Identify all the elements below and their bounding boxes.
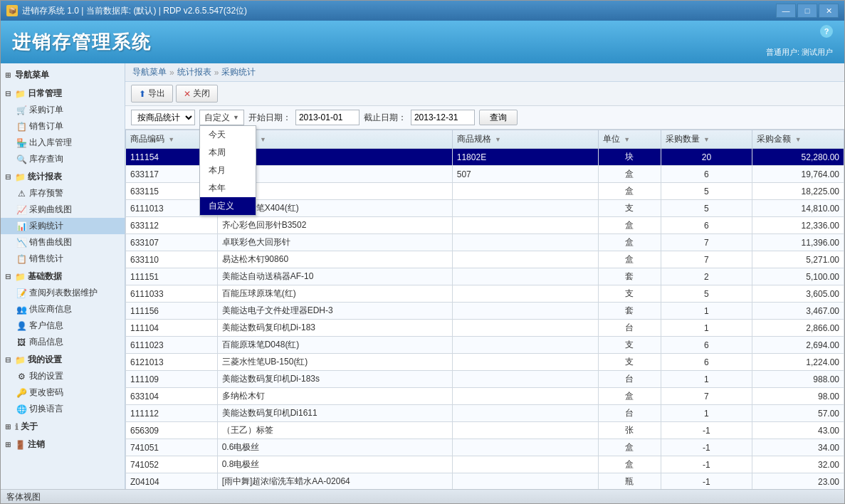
- help-button[interactable]: ?: [820, 25, 833, 38]
- cell-amount: 2,694.00: [752, 337, 844, 354]
- export-button[interactable]: ⬆ 导出: [131, 85, 173, 103]
- table-row[interactable]: 111109 美能达数码复印机Di-183s 台 1 988.00: [126, 371, 844, 388]
- period-dropdown: 自定义 ▼ 今天 本周 本月 本年 自定义: [199, 110, 244, 125]
- status-text: 客体视图: [6, 491, 41, 503]
- sidebar-group-stats-header[interactable]: ⊟ 📁 统计报表: [1, 169, 125, 185]
- period-option-week[interactable]: 本周: [200, 144, 256, 162]
- period-option-custom[interactable]: 自定义: [200, 197, 256, 215]
- table-row[interactable]: 6111023 百能原珠笔D048(红) 支 6 2,694.00: [126, 337, 844, 354]
- sidebar-item-sales-order[interactable]: 📋 销售订单: [1, 118, 125, 135]
- period-option-today[interactable]: 今天: [200, 126, 256, 144]
- table-row[interactable]: 633107 卓联彩色大回形针 盒 7 11,396.00: [126, 234, 844, 251]
- period-selected-label: 自定义: [204, 112, 230, 124]
- sidebar-group-daily-label: 日常管理: [28, 88, 62, 100]
- sidebar-item-purchase-order-label: 采购订单: [29, 104, 63, 116]
- table-row[interactable]: 111156 美能达电子文件处理器EDH-3 套 1 3,467.00: [126, 303, 844, 320]
- sidebar-item-purchase-order[interactable]: 🛒 采购订单: [1, 102, 125, 118]
- sidebar-top-item[interactable]: ⊞ 导航菜单: [1, 66, 125, 84]
- sidebar-top-label: 导航菜单: [15, 69, 49, 81]
- cell-amount: 3,605.00: [752, 285, 844, 303]
- close-button[interactable]: ✕ 关闭: [176, 85, 218, 103]
- table-row[interactable]: 6111033 百能压球原珠笔(红) 支 5 3,605.00: [126, 285, 844, 303]
- cell-spec: [452, 183, 598, 200]
- period-option-year[interactable]: 本年: [200, 179, 256, 197]
- query-button[interactable]: 查询: [479, 110, 518, 125]
- sidebar-item-switch-lang[interactable]: 🌐 切换语言: [1, 401, 125, 417]
- cell-unit: 支: [598, 285, 661, 303]
- sidebar-item-stock-warning[interactable]: ⚠ 库存预警: [1, 185, 125, 201]
- sidebar-item-purchase-chart-label: 采购曲线图: [29, 204, 72, 216]
- logout-icon: 🚪: [15, 440, 26, 450]
- cell-unit: 盒: [598, 166, 661, 183]
- cell-qty: 6: [661, 337, 752, 354]
- cell-spec: [452, 285, 598, 303]
- sidebar-group-about-header[interactable]: ⊞ ℹ 关于: [1, 419, 125, 435]
- table-row[interactable]: 111112 美能达数码复印机Di1611 台 1 57.00: [126, 405, 844, 422]
- table-row[interactable]: 741051 0.6电极丝 盒 -1 34.00: [126, 439, 844, 456]
- sidebar-group-base-header[interactable]: ⊟ 📁 基础数据: [1, 268, 125, 285]
- sidebar-item-supplier-label: 供应商信息: [29, 303, 72, 315]
- sidebar-item-list-maintain[interactable]: 📝 查阅列表数据维护: [1, 285, 125, 301]
- cell-unit: 台: [598, 405, 661, 422]
- sidebar-item-sales-stats[interactable]: 📋 销售统计: [1, 251, 125, 267]
- sidebar-group-base-label: 基础数据: [28, 271, 62, 283]
- end-date-label: 截止日期：: [364, 112, 406, 124]
- sidebar-item-sales-chart[interactable]: 📉 销售曲线图: [1, 234, 125, 251]
- sidebar-group-daily-header[interactable]: ⊟ 📁 日常管理: [1, 85, 125, 102]
- cell-amount: 52,280.00: [752, 149, 844, 166]
- sidebar-group-stats: ⊟ 📁 统计报表 ⚠ 库存预警 📈 采购曲线图 📊 采购统计 📉 销售曲线图: [1, 169, 125, 267]
- cell-unit: 盒: [598, 456, 661, 473]
- cell-name: （王乙）标签: [217, 422, 452, 439]
- start-date-input[interactable]: [295, 110, 359, 125]
- cell-unit: 盒: [598, 183, 661, 200]
- period-dropdown-menu: 今天 本周 本月 本年 自定义: [199, 125, 256, 216]
- cell-qty: -1: [661, 439, 752, 456]
- table-row[interactable]: Z04104 [雨中舞]超浓缩洗车蜡水AA-02064 瓶 -1 23.00: [126, 473, 844, 490]
- table-row[interactable]: 633110 易达松木钉90860 盒 7 5,271.00: [126, 251, 844, 268]
- cell-spec: [452, 456, 598, 473]
- sidebar-item-sales-stats-label: 销售统计: [29, 253, 63, 265]
- cell-amount: 988.00: [752, 371, 844, 388]
- table-row[interactable]: 633112 齐心彩色回形针B3502 盒 6 12,336.00: [126, 217, 844, 234]
- maximize-button[interactable]: □: [797, 4, 817, 18]
- sidebar-group-about-label: 关于: [21, 421, 38, 433]
- cell-unit: 套: [598, 303, 661, 320]
- cell-name: 0.6电极丝: [217, 439, 452, 456]
- sidebar-group-logout-header[interactable]: ⊞ 🚪 注销: [1, 436, 125, 453]
- cell-spec: [452, 388, 598, 405]
- cell-unit: 块: [598, 149, 661, 166]
- close-window-button[interactable]: ✕: [819, 4, 839, 18]
- daily-expand-icon: ⊟: [5, 90, 14, 98]
- table-row[interactable]: 633104 多纳松木钉 盒 7 98.00: [126, 388, 844, 405]
- sidebar-item-customer[interactable]: 👤 客户信息: [1, 317, 125, 334]
- sidebar-item-sales-chart-label: 销售曲线图: [29, 236, 72, 248]
- sidebar-item-warehouse[interactable]: 🏪 出入库管理: [1, 135, 125, 151]
- supplier-icon: 👥: [16, 305, 26, 315]
- sidebar-item-purchase-stats[interactable]: 📊 采购统计: [1, 218, 125, 234]
- sidebar-item-goods[interactable]: 🖼 商品信息: [1, 334, 125, 350]
- cell-name: 百能原珠笔D048(红): [217, 337, 452, 354]
- end-date-input[interactable]: [411, 110, 475, 125]
- group-by-select[interactable]: 按商品统计: [131, 110, 195, 125]
- sidebar-item-stock-query[interactable]: 🔍 库存查询: [1, 151, 125, 167]
- table-row[interactable]: 656309 （王乙）标签 张 -1 43.00: [126, 422, 844, 439]
- sidebar-item-my-settings[interactable]: ⚙ 我的设置: [1, 368, 125, 384]
- table-row[interactable]: 111104 美能达数码复印机Di-183 台 1 2,866.00: [126, 320, 844, 337]
- title-bar: 📦 进销存系统 1.0 | 当前数据库: (默认) | RDP v2.6.5.5…: [1, 1, 844, 21]
- sidebar-item-change-password[interactable]: 🔑 更改密码: [1, 384, 125, 401]
- cell-spec: [452, 234, 598, 251]
- warehouse-icon: 🏪: [16, 138, 26, 148]
- sidebar-item-change-password-label: 更改密码: [29, 387, 63, 399]
- sidebar-item-purchase-chart[interactable]: 📈 采购曲线图: [1, 201, 125, 218]
- sidebar-group-settings-header[interactable]: ⊟ 📁 我的设置: [1, 352, 125, 368]
- table-row[interactable]: 741052 0.8电极丝 盒 -1 32.00: [126, 456, 844, 473]
- export-label: 导出: [148, 88, 165, 100]
- minimize-button[interactable]: —: [776, 4, 796, 18]
- table-row[interactable]: 111151 美能达自动送稿器AF-10 套 2 5,100.00: [126, 268, 844, 285]
- cell-amount: 98.00: [752, 388, 844, 405]
- table-row[interactable]: 6121013 三菱水性笔UB-150(红) 支 6 1,224.00: [126, 354, 844, 371]
- period-option-month[interactable]: 本月: [200, 162, 256, 179]
- period-dropdown-btn[interactable]: 自定义 ▼: [199, 110, 244, 125]
- cell-unit: 盒: [598, 388, 661, 405]
- sidebar-item-supplier[interactable]: 👥 供应商信息: [1, 301, 125, 317]
